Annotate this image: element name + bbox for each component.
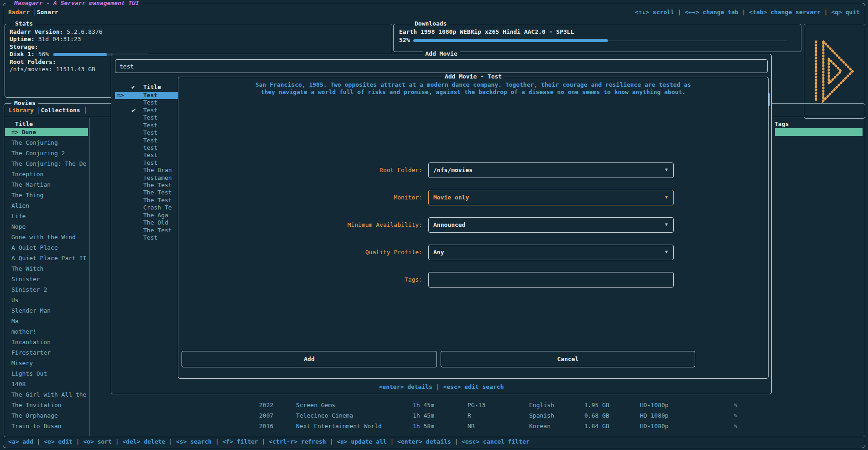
check-icon: ✔ [131, 84, 135, 90]
result-title: Testamen [143, 174, 172, 182]
movie-tags-cell [775, 139, 863, 147]
modal-buttons: Add Cancel [182, 351, 765, 367]
movie-search-input[interactable] [115, 59, 768, 73]
field-select[interactable]: Any ▼ [428, 245, 674, 260]
selection-marker-icon: => [11, 129, 19, 136]
cancel-button[interactable]: Cancel [441, 351, 695, 367]
download-item-title: Earth 1998 1080p WEBRip x265 Hindi AAC2.… [399, 28, 574, 35]
movie-title-cell: The Conjuring: The De [5, 160, 88, 167]
form-row: Monitor: Movie only ▼ [178, 190, 768, 205]
movies-panel-title: Movies [11, 99, 38, 106]
tab-library[interactable]: Library [9, 107, 41, 114]
servarr-tabs: RadarrSonarr [8, 9, 58, 16]
add-movie-modal: Add Movie - Test San Francisco, 1985. Tw… [178, 77, 769, 379]
movie-title: Gone with the Wind [11, 234, 76, 241]
field-value: /nfs/movies [433, 167, 473, 173]
tab-collections[interactable]: Collections [41, 107, 87, 114]
result-title: Test [143, 129, 157, 136]
movie-tags-cell [775, 160, 863, 167]
movie-title: Dune [22, 129, 36, 136]
field-select[interactable] [428, 272, 674, 288]
popup-help-bar: <enter> details<esc> edit search [111, 383, 771, 390]
movie-quality: HD-1080p [640, 422, 669, 430]
add-movie-popup-title: Add Movie [422, 50, 460, 57]
add-button[interactable]: Add [182, 351, 437, 367]
movie-title-cell: Inception [5, 170, 88, 178]
movie-title: Us [11, 297, 19, 303]
result-title: Test [143, 92, 157, 99]
movie-tags-cell [775, 265, 863, 272]
form-row: Tags: [178, 272, 768, 288]
bottom-help-bar: <a> add<e> edit<o> sort<del> delete<s> s… [8, 438, 530, 445]
help-hint: <ctrl-r> refresh [269, 438, 337, 445]
help-hint: <enter> details [379, 383, 443, 390]
result-title: Test [143, 159, 157, 167]
movie-tags-cell [775, 181, 863, 188]
result-title: Test [143, 122, 157, 129]
result-title: The Test [143, 189, 172, 196]
result-title: Test [143, 107, 157, 114]
movie-title-cell: Life [5, 212, 88, 220]
results-column-title: Title [143, 84, 161, 90]
form-row: Quality Profile: Any ▼ [178, 245, 768, 260]
movie-tags-cell [775, 359, 863, 367]
help-hint: <a> add [8, 438, 44, 445]
movie-title-cell: Misery [5, 359, 88, 367]
movie-tags-cell [775, 338, 863, 346]
field-label: Monitor: [394, 194, 422, 201]
tab-radarr[interactable]: Radarr [8, 9, 37, 16]
movie-title-cell: A Quiet Place Part II [5, 254, 88, 262]
field-select[interactable]: Announced ▼ [428, 217, 674, 233]
movie-tags-cell [775, 170, 863, 178]
movie-row[interactable]: The Invitation 2022 Screen Gems 1h 45m P… [5, 401, 864, 411]
storage-label: Storage: [10, 43, 388, 51]
movie-language: English [529, 401, 554, 409]
movie-runtime: 1h 58m [413, 422, 434, 430]
movie-tags-cell [775, 296, 863, 304]
result-title: The Test [143, 197, 172, 204]
movie-tags-cell [775, 149, 863, 157]
tab-sonarr[interactable]: Sonarr [37, 9, 58, 16]
movie-title-cell: Alien [5, 202, 88, 209]
field-value: Any [433, 249, 444, 256]
movie-title: Alien [11, 202, 29, 209]
movie-title-cell: The Thing [5, 191, 88, 199]
column-header-title: Title [15, 120, 33, 127]
movie-title-cell: Nope [5, 223, 88, 230]
movie-row[interactable]: Train to Busan 2016 Next Entertainment W… [5, 422, 864, 432]
edit-icon[interactable]: ✎ [734, 412, 738, 419]
movie-size: 1.84 GB [584, 422, 609, 430]
movie-title: Sinister 2 [11, 286, 47, 293]
uptime-line: Uptime: 31d 04:31:23 [10, 36, 388, 43]
movie-title-cell: Us [5, 296, 88, 304]
help-hint: <u> update all [337, 438, 397, 445]
edit-icon[interactable]: ✎ [734, 401, 738, 409]
movie-title-cell: Incantation [5, 338, 88, 346]
movie-row[interactable]: The Orphanage 2007 Telecinco Cinema 1h 4… [5, 411, 864, 422]
movie-title-cell: Sinister 2 [5, 286, 88, 293]
movie-tags-cell [775, 349, 863, 356]
help-hint: <q> quit [831, 9, 860, 16]
movie-year: 2007 [259, 412, 273, 419]
top-help-bar: <↑↓> scroll<←→> change tab<tab> change s… [635, 9, 860, 16]
check-icon: ✔ [131, 107, 135, 114]
movie-tags-cell [775, 422, 863, 430]
movie-tags-cell [775, 370, 863, 377]
movie-rating: R [468, 412, 471, 419]
field-select[interactable]: /nfs/movies ▼ [428, 162, 674, 178]
field-label: Quality Profile: [365, 249, 422, 256]
field-label: Tags: [405, 276, 422, 283]
movie-title: The Orphanage [11, 412, 58, 419]
edit-icon[interactable]: ✎ [734, 422, 738, 430]
movie-title-cell: The Martian [5, 181, 88, 188]
result-title: Test [143, 99, 157, 106]
movie-title: The Conjuring [11, 139, 58, 146]
field-select[interactable]: Movie only ▼ [428, 190, 674, 205]
field-value: Announced [433, 221, 465, 228]
movies-tabs: LibraryCollections [9, 107, 87, 114]
movie-rating: NR [468, 422, 475, 430]
movie-title-cell: The Witch [5, 265, 88, 272]
movie-title: Train to Busan [11, 423, 62, 429]
movie-title-cell: The Girl with All the [5, 391, 88, 398]
movie-description: San Francisco, 1985. Two opposites attra… [183, 81, 764, 96]
